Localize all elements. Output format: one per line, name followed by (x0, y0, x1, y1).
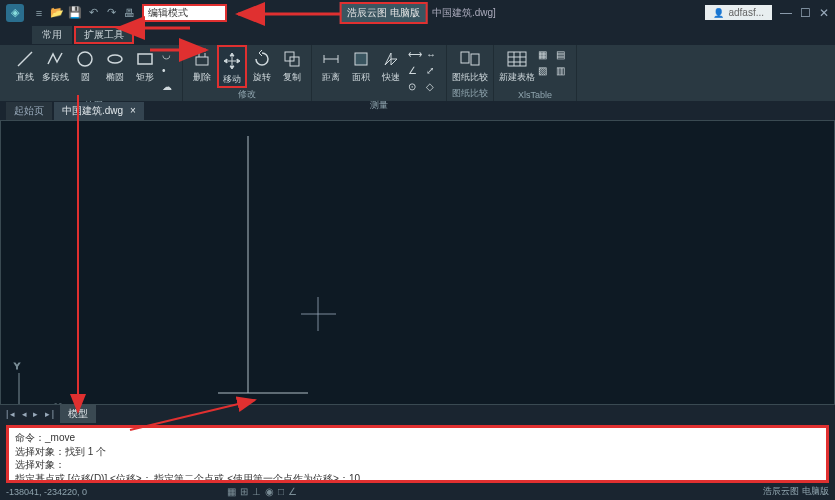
copy-icon (282, 49, 302, 69)
quick-button[interactable]: 快速 (376, 45, 406, 84)
polyline-button[interactable]: 多段线 (40, 45, 70, 84)
angle-icon[interactable]: ∠ (408, 65, 422, 79)
print-icon[interactable]: 🖶 (122, 6, 136, 20)
mode-search-box[interactable]: 编辑模式 (142, 4, 227, 22)
circle-button[interactable]: 圆 (70, 45, 100, 84)
group-compare-label: 图纸比较 (452, 87, 488, 101)
xls3-icon[interactable]: ▤ (556, 49, 570, 63)
doctab-active[interactable]: 中国建筑.dwg × (54, 102, 144, 120)
svg-text:Y: Y (14, 361, 20, 371)
group-measure-label: 测量 (370, 99, 388, 113)
group-modify-label: 修改 (238, 88, 256, 102)
rectangle-button[interactable]: 矩形 (130, 45, 160, 84)
tab-common[interactable]: 常用 (32, 26, 72, 44)
ortho-icon[interactable]: ⊥ (252, 486, 261, 497)
svg-rect-15 (508, 52, 526, 66)
dim-icon[interactable]: ⟷ (408, 49, 422, 63)
move-icon (222, 51, 242, 71)
polar-icon[interactable]: ◉ (265, 486, 274, 497)
model-tab[interactable]: 模型 (60, 405, 96, 423)
rotate-button[interactable]: 旋转 (247, 45, 277, 84)
copy-button[interactable]: 复制 (277, 45, 307, 84)
cmd-line-2: 选择对象：找到 1 个 (15, 445, 820, 459)
xls2-icon[interactable]: ▧ (538, 65, 552, 79)
polyline-icon (45, 49, 65, 69)
cmd-line-1: 命令：_move (15, 431, 820, 445)
point-icon[interactable]: • (162, 65, 176, 79)
distance-button[interactable]: 距离 (316, 45, 346, 84)
xls4-icon[interactable]: ▥ (556, 65, 570, 79)
dwg-compare-button[interactable]: 图纸比较 (451, 45, 489, 84)
quick-access-toolbar: ≡ 📂 💾 ↶ ↷ 🖶 (32, 6, 136, 20)
status-toggles: ▦ ⊞ ⊥ ◉ □ ∠ (227, 486, 297, 497)
arc-icon[interactable]: ◡ (162, 49, 176, 63)
undo-icon[interactable]: ↶ (86, 6, 100, 20)
new-table-button[interactable]: 新建表格 (498, 45, 536, 84)
circle-icon (75, 49, 95, 69)
rotate-icon (252, 49, 272, 69)
maximize-icon[interactable]: ☐ (800, 6, 811, 20)
id-icon[interactable]: ⊙ (408, 81, 422, 95)
user-account[interactable]: adfasf... (705, 5, 772, 20)
dim3-icon[interactable]: ⤢ (426, 65, 440, 79)
tab-nav-arrows[interactable]: |◂ ◂ ▸ ▸| (6, 409, 56, 419)
brand-label: 浩辰云图 电脑版 (339, 2, 428, 24)
cmd-line-3: 选择对象： (15, 458, 820, 472)
erase-icon (192, 49, 212, 69)
cmd-line-4: 指定基点或 [位移(D)] <位移>： 指定第二个点或 <使用第一个点作为位移>… (15, 472, 820, 484)
app-logo-icon: ◈ (6, 4, 24, 22)
doctab-close-icon[interactable]: × (130, 105, 136, 116)
svg-rect-13 (461, 52, 469, 63)
distance-icon (321, 49, 341, 69)
drawing-canvas[interactable]: Y X (0, 120, 835, 405)
osnap-icon[interactable]: □ (278, 486, 284, 497)
svg-text:X: X (55, 402, 61, 404)
close-icon[interactable]: ✕ (819, 6, 829, 20)
minimize-icon[interactable]: — (780, 6, 792, 20)
redo-icon[interactable]: ↷ (104, 6, 118, 20)
area-icon (351, 49, 371, 69)
grid-icon[interactable]: ⊞ (240, 486, 248, 497)
svg-rect-3 (138, 54, 152, 64)
dim2-icon[interactable]: ↔ (426, 49, 440, 63)
cloud-icon[interactable]: ☁ (162, 81, 176, 95)
document-tabs: 起始页 中国建筑.dwg × (0, 102, 835, 120)
layout-tabs: |◂ ◂ ▸ ▸| 模型 (0, 405, 96, 423)
ellipse-button[interactable]: 椭圆 (100, 45, 130, 84)
line-button[interactable]: 直线 (10, 45, 40, 84)
compare-icon (460, 49, 480, 69)
doctab-start[interactable]: 起始页 (6, 102, 52, 120)
rectangle-icon (135, 49, 155, 69)
svg-point-1 (78, 52, 92, 66)
svg-rect-14 (471, 54, 479, 65)
track-icon[interactable]: ∠ (288, 486, 297, 497)
area-button[interactable]: 面积 (346, 45, 376, 84)
table-icon (507, 49, 527, 69)
snap-icon[interactable]: ▦ (227, 486, 236, 497)
move-button[interactable]: 移动 (217, 45, 247, 88)
line-icon (15, 49, 35, 69)
quick-icon (381, 49, 401, 69)
erase-button[interactable]: 删除 (187, 45, 217, 84)
svg-point-2 (108, 55, 122, 63)
menu-icon[interactable]: ≡ (32, 6, 46, 20)
coordinates: -138041, -234220, 0 (6, 487, 87, 497)
status-brand: 浩辰云图 电脑版 (763, 485, 829, 498)
svg-line-0 (18, 52, 32, 66)
document-name: 中国建筑.dwg] (432, 6, 496, 20)
dim4-icon[interactable]: ◇ (426, 81, 440, 95)
ribbon: 直线 多段线 圆 椭圆 矩形 ◡•☁ 绘图 删除 移动 旋转 复制 修改 距离 … (0, 44, 835, 102)
save-icon[interactable]: 💾 (68, 6, 82, 20)
ellipse-icon (105, 49, 125, 69)
status-bar: -138041, -234220, 0 ▦ ⊞ ⊥ ◉ □ ∠ 浩辰云图 电脑版 (0, 483, 835, 500)
xls1-icon[interactable]: ▦ (538, 49, 552, 63)
svg-rect-4 (196, 57, 208, 65)
group-xlstable-label: XlsTable (518, 90, 552, 101)
tab-extension-tools[interactable]: 扩展工具 (74, 26, 134, 44)
open-icon[interactable]: 📂 (50, 6, 64, 20)
command-window[interactable]: 命令：_move 选择对象：找到 1 个 选择对象： 指定基点或 [位移(D)]… (6, 425, 829, 483)
svg-rect-12 (355, 53, 367, 65)
ribbon-tabbar: 常用 扩展工具 (0, 25, 835, 44)
mode-search-text: 编辑模式 (148, 6, 188, 20)
